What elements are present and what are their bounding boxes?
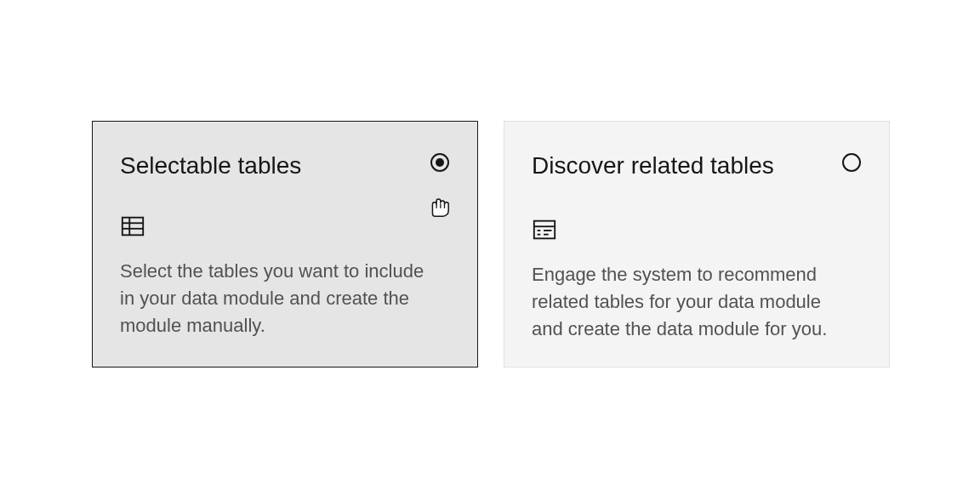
tile-discover-related-tables[interactable]: Discover related tables Engage the syste	[504, 121, 890, 368]
tile-title: Discover related tables	[532, 149, 774, 181]
radio-selected-icon[interactable]	[430, 152, 450, 173]
data-table-icon	[532, 231, 557, 245]
table-icon	[120, 227, 145, 242]
tile-header: Selectable tables	[120, 149, 450, 181]
tile-description: Select the tables you want to include in…	[120, 258, 443, 339]
tile-selectable-tables[interactable]: Selectable tables Select the tables you …	[92, 121, 478, 368]
radio-unselected-icon[interactable]	[841, 152, 862, 173]
tile-icon-row	[532, 217, 862, 246]
tile-description: Engage the system to recommend related t…	[532, 261, 855, 343]
svg-rect-2	[122, 218, 143, 236]
svg-point-6	[843, 154, 860, 171]
svg-point-1	[436, 158, 444, 167]
canvas: Selectable tables Select the tables you …	[0, 0, 980, 490]
tile-title: Selectable tables	[120, 149, 301, 181]
tile-icon-row	[120, 214, 450, 242]
tile-header: Discover related tables	[532, 149, 862, 181]
